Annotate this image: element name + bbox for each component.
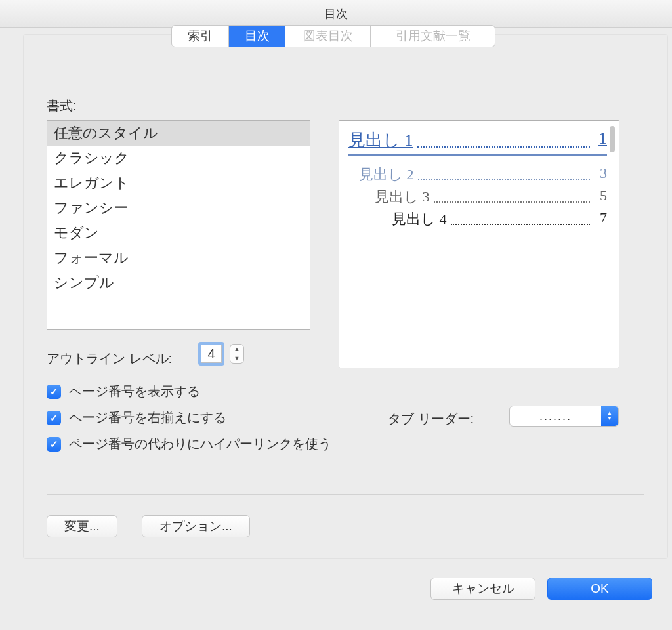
- checkbox-use-hyperlinks[interactable]: ✓ ページ番号の代わりにハイパーリンクを使う: [47, 435, 331, 453]
- toc-underline: [348, 154, 607, 156]
- checkbox-right-align-page-numbers[interactable]: ✓ ページ番号を右揃えにする: [47, 409, 226, 427]
- leader-dots: [434, 187, 591, 203]
- outline-level-input[interactable]: 4: [198, 342, 224, 366]
- tab-leader-value: .......: [510, 410, 601, 423]
- format-item-formal[interactable]: フォーマル: [47, 245, 310, 270]
- tab-segmented-control: 索引 目次 図表目次 引用文献一覧: [171, 25, 495, 47]
- preview-scrollbar[interactable]: [610, 126, 615, 152]
- format-list[interactable]: 任意のスタイル クラシック エレガント ファンシー モダン フォーマル シンプル: [47, 120, 310, 330]
- window-title: 目次: [324, 6, 348, 22]
- window-titlebar: 目次: [0, 0, 672, 28]
- dialog-panel: 索引 目次 図表目次 引用文献一覧 書式: 任意のスタイル クラシック エレガン…: [23, 34, 668, 559]
- preview-pane: 見出し 1 1 見出し 2 3 見出し 3 5 見出し 4 7: [339, 120, 620, 368]
- tab-toc[interactable]: 目次: [228, 26, 285, 47]
- leader-dots: [417, 129, 591, 148]
- toc-entry-1: 見出し 1 1: [339, 127, 619, 153]
- checkbox-show-page-numbers[interactable]: ✓ ページ番号を表示する: [47, 383, 200, 400]
- toc-entry-2: 見出し 2 3: [339, 163, 619, 186]
- ok-button[interactable]: OK: [547, 578, 652, 600]
- leader-dots: [418, 165, 591, 180]
- change-button[interactable]: 変更...: [47, 515, 117, 537]
- cancel-button[interactable]: キャンセル: [430, 578, 536, 600]
- format-item-elegant[interactable]: エレガント: [47, 171, 310, 196]
- format-item-fancy[interactable]: ファンシー: [47, 196, 310, 220]
- tab-authorities[interactable]: 引用文献一覧: [370, 26, 495, 47]
- format-item-custom[interactable]: 任意のスタイル: [47, 121, 310, 146]
- stepper-up-icon[interactable]: ▲: [230, 345, 243, 354]
- stepper-down-icon[interactable]: ▼: [230, 354, 243, 364]
- tab-leader-label: タブ リーダー:: [388, 410, 474, 428]
- check-icon: ✓: [47, 411, 61, 425]
- format-item-classic[interactable]: クラシック: [47, 146, 310, 171]
- toc-entry-4: 見出し 4 7: [339, 208, 619, 230]
- tab-index[interactable]: 索引: [172, 26, 228, 47]
- format-label: 書式:: [47, 97, 77, 115]
- leader-dots: [451, 209, 591, 225]
- dropdown-arrows-icon: ▲▼: [601, 406, 618, 426]
- options-button[interactable]: オプション...: [142, 515, 250, 537]
- format-item-simple[interactable]: シンプル: [47, 270, 310, 295]
- tab-leader-dropdown[interactable]: ....... ▲▼: [509, 406, 619, 427]
- stepper-buttons: ▲ ▼: [230, 344, 244, 364]
- format-item-modern[interactable]: モダン: [47, 220, 310, 245]
- separator: [47, 494, 644, 495]
- tab-figures[interactable]: 図表目次: [285, 26, 370, 47]
- check-icon: ✓: [47, 437, 61, 452]
- outline-level-stepper: 4 ▲ ▼: [198, 342, 244, 366]
- check-icon: ✓: [47, 385, 61, 399]
- footer-buttons: キャンセル OK: [430, 578, 652, 600]
- toc-entry-3: 見出し 3 5: [339, 186, 619, 208]
- outline-level-label: アウトライン レベル:: [47, 350, 172, 368]
